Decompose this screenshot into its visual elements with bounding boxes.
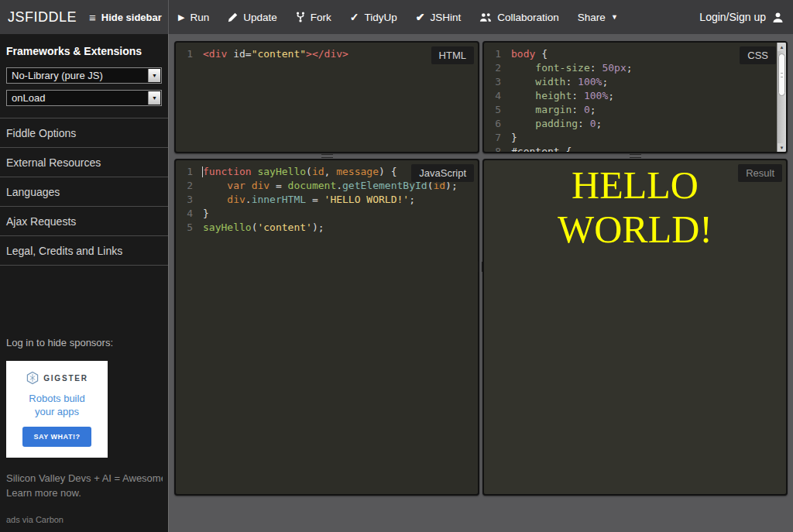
dropdown-arrow-icon: ▼ (148, 69, 160, 82)
top-bar: JSFIDDLE ≡ Hide sidebar ▶ Run Update For… (0, 0, 793, 34)
onload-select-value: onLoad (12, 92, 45, 104)
ad-brand: GIGSTER (9, 371, 105, 385)
code-line: 8#content { (484, 145, 786, 153)
logo[interactable]: JSFIDDLE (0, 9, 89, 26)
ad-brand-name: GIGSTER (43, 374, 88, 383)
sidebar-item-legal-credits[interactable]: Legal, Credits and Links (0, 236, 168, 266)
code-line: 5sayHello('content'); (176, 221, 478, 235)
framework-select[interactable]: No-Library (pure JS) ▼ (6, 67, 162, 84)
check-icon: ✓ (350, 12, 359, 22)
horizontal-splitter-grip[interactable] (321, 154, 333, 158)
sidebar: Frameworks & Extensions No-Library (pure… (0, 34, 169, 532)
css-panel: CSS 1body {2 font-size: 50px;3 width: 10… (482, 41, 788, 153)
scroll-down-icon[interactable]: ▼ (778, 143, 786, 152)
code-line: 3 width: 100%; (484, 75, 786, 89)
hide-sidebar-button[interactable]: ≡ Hide sidebar (89, 12, 162, 23)
sponsor-block: Log in to hide sponsors: GIGSTER Robots … (6, 337, 163, 524)
sidebar-item-fiddle-options[interactable]: Fiddle Options (0, 118, 168, 148)
sidebar-item-external-resources[interactable]: External Resources (0, 148, 168, 177)
code-line: 7} (484, 131, 786, 145)
frameworks-title: Frameworks & Extensions (0, 34, 168, 67)
pencil-icon (228, 12, 238, 22)
run-button[interactable]: ▶ Run (178, 12, 209, 23)
onload-select[interactable]: onLoad ▼ (6, 90, 162, 106)
code-line: 3 div.innerHTML = 'HELLO WORLD!'; (176, 193, 478, 207)
editor-grid: HTML 1<div id="content"></div> CSS 1body… (169, 34, 793, 532)
html-panel-label: HTML (431, 46, 474, 64)
result-output-line: WORLD! (484, 208, 786, 252)
horizontal-splitter-grip[interactable] (630, 154, 641, 158)
code-line: 4 height: 100%; (484, 89, 786, 103)
javascript-panel: JavaScript 1function sayHello(id, messag… (174, 159, 479, 496)
javascript-panel-label: JavaScript (411, 164, 474, 182)
vertical-splitter-grip[interactable] (478, 262, 482, 272)
ad-caption-link[interactable]: Silicon Valley Devs + AI = Awesomesauce.… (6, 471, 163, 500)
scrollbar-thumb[interactable] (778, 53, 785, 96)
tidyup-button[interactable]: ✓ TidyUp (350, 12, 397, 23)
framework-select-value: No-Library (pure JS) (12, 70, 103, 81)
run-icon: ▶ (178, 13, 184, 22)
dropdown-arrow-icon: ▼ (148, 91, 160, 105)
person-icon (772, 12, 784, 23)
sponsor-note: Log in to hide sponsors: (6, 337, 163, 348)
code-line: 5 margin: 0; (484, 103, 786, 117)
header-left-group: JSFIDDLE ≡ Hide sidebar (0, 0, 169, 34)
fork-button[interactable]: Fork (296, 12, 331, 23)
javascript-editor[interactable]: 1function sayHello(id, message) {2 var d… (176, 160, 478, 494)
collaboration-button[interactable]: Collaboration (479, 12, 559, 23)
jshint-button[interactable]: ✔ JSHint (416, 12, 462, 23)
sidebar-sections: Fiddle Options External Resources Langua… (0, 118, 168, 266)
sidebar-item-languages[interactable]: Languages (0, 177, 168, 207)
ads-via-carbon-link[interactable]: ads via Carbon (6, 515, 163, 524)
people-icon (479, 12, 492, 22)
login-signup-button[interactable]: Login/Sign up (699, 11, 784, 23)
html-panel: HTML 1<div id="content"></div> (174, 41, 479, 153)
code-line: 6 padding: 0; (484, 117, 786, 131)
hamburger-icon: ≡ (89, 12, 96, 23)
sponsor-ad[interactable]: GIGSTER Robots build your apps SAY WHAT!… (6, 361, 108, 458)
chevron-down-icon: ▼ (611, 13, 618, 21)
gigster-logo-icon (26, 371, 39, 385)
result-panel-label: Result (738, 164, 782, 182)
code-line: 4} (176, 207, 478, 221)
result-panel: Result HELLO WORLD! (482, 159, 788, 496)
share-button[interactable]: Share ▼ (578, 12, 618, 23)
css-scrollbar[interactable]: ▲ ▼ (777, 43, 786, 152)
scroll-up-icon[interactable]: ▲ (778, 43, 786, 51)
ad-cta-button[interactable]: SAY WHAT!? (22, 427, 92, 447)
ad-tagline: Robots build your apps (9, 392, 105, 418)
sidebar-item-ajax-requests[interactable]: Ajax Requests (0, 207, 168, 236)
check-icon: ✔ (416, 12, 425, 22)
hide-sidebar-label: Hide sidebar (101, 12, 162, 23)
header-actions: ▶ Run Update Fork ✓ TidyUp ✔ JSHint (169, 12, 618, 23)
update-button[interactable]: Update (228, 12, 277, 23)
css-panel-label: CSS (740, 46, 776, 64)
fork-icon (296, 12, 305, 22)
